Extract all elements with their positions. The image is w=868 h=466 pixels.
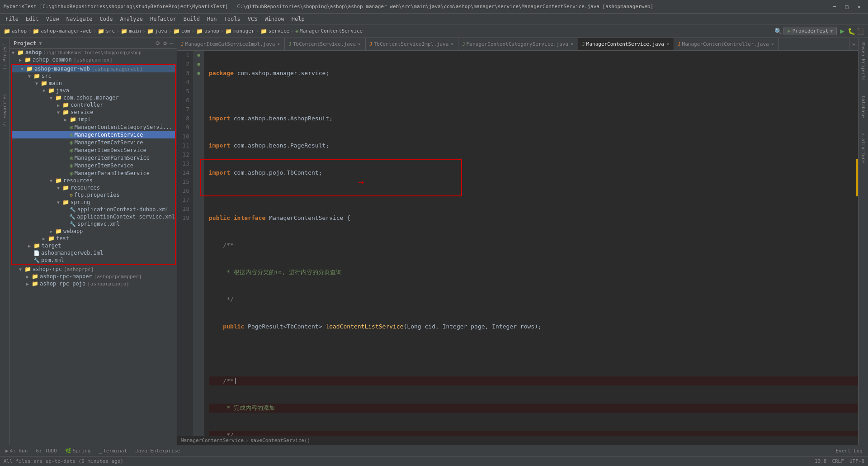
nav-sep1: › — [28, 28, 31, 34]
menu-build[interactable]: Build — [180, 15, 203, 23]
project-collapse-icon[interactable]: − — [170, 40, 173, 47]
nav-main[interactable]: main — [129, 28, 141, 34]
minimize-button[interactable]: ─ — [829, 3, 840, 11]
bottom-tab-java-enterprise[interactable]: Java Enterprise — [132, 447, 184, 455]
breadcrumb-save-content-service[interactable]: saveContentService() — [250, 437, 310, 443]
close-button[interactable]: ✕ — [854, 3, 864, 11]
tab-tb-content-impl[interactable]: J TbContentServiceImpl.java × — [366, 38, 458, 50]
project-sync-icon[interactable]: ⟳ — [156, 40, 160, 47]
tab-close-1[interactable]: × — [276, 41, 281, 47]
tree-item-controller[interactable]: ▶ 📁 controller — [12, 101, 175, 109]
tree-item-ashop-common[interactable]: ▶ 📁 ashop-common [ashopcommon] — [10, 56, 177, 63]
menu-help[interactable]: Help — [288, 15, 308, 23]
tree-item-mic-service[interactable]: ◉ ManagerItemCatService — [12, 138, 175, 146]
tree-item-webapp[interactable]: ▶ 📁 webapp — [12, 228, 175, 235]
tree-item-dubbo-xml[interactable]: 🔧 applicationContext-dubbo.xml — [12, 206, 175, 213]
tree-item-com-ashop[interactable]: ▼ 📁 com.ashop.manager — [12, 94, 175, 101]
tree-item-pom[interactable]: 🔧 pom.xml — [12, 257, 175, 264]
menu-analyze[interactable]: Analyze — [116, 15, 146, 23]
project-settings-icon[interactable]: ⚙ — [163, 40, 167, 47]
tree-item-mcc-service[interactable]: ◉ ManagerContentCategoryServi... — [12, 123, 175, 131]
nav-ashop[interactable]: 📁 — [4, 28, 10, 34]
breadcrumb-manager-content-service[interactable]: ManagerContentService — [181, 437, 244, 443]
tree-item-rpc-mapper[interactable]: ▶ 📁 ashop-rpc-mapper [ashoprpcmapper] — [10, 273, 177, 280]
tree-item-resources-sub[interactable]: ▼ 📁 resources — [12, 184, 175, 191]
menu-vcs[interactable]: VCS — [244, 15, 261, 23]
menu-tools[interactable]: Tools — [221, 15, 244, 23]
tree-item-mip-service[interactable]: ◉ ManagerItemParamService — [12, 154, 175, 162]
run-button[interactable]: ▶ — [840, 27, 844, 35]
menu-navigate[interactable]: Navigate — [63, 15, 96, 23]
code-content[interactable]: package com.ashop.manager.service; impor… — [204, 51, 858, 436]
tab-close-4[interactable]: × — [570, 41, 574, 47]
tree-item-mi-service[interactable]: ◉ ManagerItemService — [12, 162, 175, 169]
nav-java[interactable]: java — [155, 28, 167, 34]
tree-item-spring[interactable]: ▼ 📁 spring — [12, 199, 175, 206]
side-label-maven[interactable]: Maven Projects — [859, 40, 867, 83]
nav-ashop-label[interactable]: ashop — [12, 28, 27, 34]
tree-item-ashop[interactable]: ▼ 📁 ashop C:\githubRepositories\shopping… — [10, 49, 177, 56]
side-label-project[interactable]: 1: Project — [1, 40, 9, 72]
menu-code[interactable]: Code — [96, 15, 117, 23]
nav-manager-web[interactable]: ashop-manager-web — [41, 28, 92, 34]
menu-file[interactable]: File — [2, 15, 22, 23]
bottom-tab-terminal[interactable]: _ Terminal — [95, 447, 131, 455]
status-position[interactable]: 13:8 — [815, 458, 827, 464]
menu-view[interactable]: View — [42, 15, 63, 23]
stop-button[interactable]: ⬛ — [857, 28, 864, 35]
tab-close-3[interactable]: × — [450, 41, 454, 47]
status-encoding[interactable]: UTF-8 — [849, 458, 864, 464]
tree-item-mc-service[interactable]: ◉ ManagerContentService — [12, 131, 175, 138]
menu-edit[interactable]: Edit — [22, 15, 42, 23]
project-dropdown-arrow[interactable]: ▼ — [39, 41, 42, 46]
code-editor[interactable]: 1 2 3 4 5 6 7 8 9 10 11 12 13 14 15 16 1 — [177, 51, 858, 436]
tree-item-service[interactable]: ▼ 📁 service — [12, 109, 175, 116]
bottom-tab-todo[interactable]: 6: TODO — [32, 447, 60, 455]
nav-ashop2[interactable]: ashop — [204, 28, 219, 34]
tree-item-target[interactable]: ▶ 📁 target — [12, 242, 175, 249]
tab-manager-content-service[interactable]: J ManagerContentService.java × — [578, 38, 674, 50]
side-label-favorites[interactable]: 2: Favorites — [1, 91, 9, 129]
tab-close-2[interactable]: × — [357, 41, 362, 47]
tree-item-main[interactable]: ▼ 📁 main — [12, 80, 175, 87]
menu-run[interactable]: Run — [203, 15, 221, 23]
nav-search-icon[interactable]: 🔍 — [774, 28, 782, 35]
tree-item-resources-parent[interactable]: ▼ 📁 resources — [12, 177, 175, 184]
tab-tb-content-service[interactable]: J TbContentService.java × — [285, 38, 366, 50]
maximize-button[interactable]: □ — [842, 3, 852, 11]
bottom-tab-spring[interactable]: 🌿 Spring — [61, 447, 94, 455]
tree-item-mid-service[interactable]: ◉ ManagerItemDescService — [12, 146, 175, 154]
tab-manager-content-controller[interactable]: J ManagerContentController.java × — [674, 38, 779, 50]
tree-item-rpc-pojo[interactable]: ▶ 📁 ashop-rpc-pojo [ashoprpcpojo] — [10, 280, 177, 287]
tab-close-6[interactable]: × — [770, 41, 775, 47]
side-label-database[interactable]: Database — [859, 93, 867, 120]
side-label-zstructure[interactable]: Z-Structure — [859, 130, 867, 166]
tree-item-manager-web[interactable]: ▼ 📁 ashop-manager-web [ashopmanagerweb] — [12, 65, 175, 72]
tree-item-springmvc-xml[interactable]: 🔧 springmvc.xml — [12, 220, 175, 228]
debug-button[interactable]: 🐛 — [848, 28, 855, 35]
event-log-button[interactable]: Event Log — [832, 447, 866, 455]
nav-com[interactable]: com — [181, 28, 190, 34]
menu-window[interactable]: Window — [261, 15, 288, 23]
tree-item-mpi-service[interactable]: ◉ ManagerParamItemService — [12, 169, 175, 177]
tab-close-5[interactable]: × — [665, 41, 670, 47]
tree-item-rpc[interactable]: ▼ 📁 ashop-rpc [ashoprpc] — [10, 266, 177, 273]
nav-manager[interactable]: manager — [233, 28, 254, 34]
tree-item-iml[interactable]: 📄 ashopmanagerweb.iml — [12, 249, 175, 257]
tree-item-java[interactable]: ▼ 📁 java — [12, 87, 175, 94]
tree-item-ftp[interactable]: ⚙ ftp.properties — [12, 191, 175, 199]
bottom-tab-run[interactable]: ▶ 4: Run — [2, 447, 31, 455]
nav-src[interactable]: src — [106, 28, 115, 34]
tab-more-button[interactable]: » — [849, 38, 858, 50]
tree-item-test[interactable]: ▶ 📁 test — [12, 235, 175, 242]
tree-item-service-xml[interactable]: 🔧 applicationContext-service.xml — [12, 213, 175, 220]
run-config[interactable]: ▶ ProviderTest ▼ — [783, 27, 837, 35]
nav-file[interactable]: ManagerContentService — [300, 28, 363, 34]
menu-refactor[interactable]: Refactor — [146, 15, 180, 23]
tab-manager-content-category[interactable]: J ManagerContentCategoryService.java × — [458, 38, 578, 50]
tree-item-impl[interactable]: ▶ 📁 impl — [12, 116, 175, 123]
status-linesep[interactable]: CRLF — [832, 458, 844, 464]
nav-service[interactable]: service — [269, 28, 289, 34]
tab-manager-item-cat-impl[interactable]: J ManagerItemCatServiceImpl.java × — [177, 38, 285, 50]
tree-item-src[interactable]: ▼ 📁 src — [12, 72, 175, 80]
